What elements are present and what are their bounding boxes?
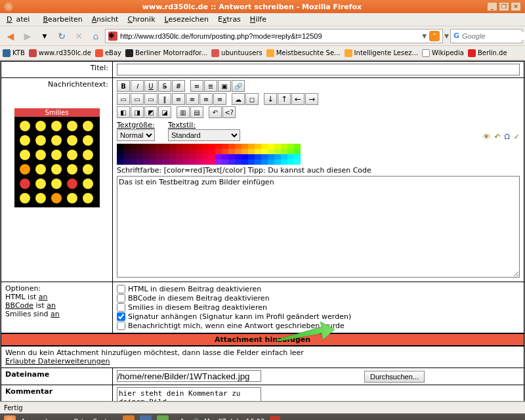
tray-net-icon[interactable]: 🖧 xyxy=(179,418,186,421)
smiley[interactable] xyxy=(67,193,77,203)
bb-justify[interactable]: ≡ xyxy=(172,93,185,105)
cb-notify[interactable] xyxy=(117,322,125,330)
smiley[interactable] xyxy=(20,150,30,160)
color-cell[interactable] xyxy=(202,154,209,159)
bb-box1[interactable]: ▭ xyxy=(117,93,130,105)
color-cell[interactable] xyxy=(189,154,196,159)
cb-disable-smilies[interactable] xyxy=(117,303,125,312)
color-cell[interactable] xyxy=(228,144,235,149)
color-cell[interactable] xyxy=(123,159,130,165)
color-cell[interactable] xyxy=(261,144,268,149)
color-cell[interactable] xyxy=(123,149,130,154)
bookmark-wikipedia[interactable]: Wikipedia xyxy=(422,49,464,57)
smiley[interactable] xyxy=(67,121,77,131)
color-cell[interactable] xyxy=(274,154,281,159)
ubuntu-logo-icon[interactable] xyxy=(4,415,16,420)
search-input[interactable] xyxy=(462,32,525,40)
help-launcher-icon[interactable] xyxy=(157,415,169,420)
color-cell[interactable] xyxy=(294,154,301,159)
color-cell[interactable] xyxy=(255,149,261,154)
color-cell[interactable] xyxy=(130,159,136,165)
bb-left[interactable]: ≡ xyxy=(213,93,226,105)
color-cell[interactable] xyxy=(281,159,287,165)
color-cell[interactable] xyxy=(163,159,169,165)
color-cell[interactable] xyxy=(150,149,156,154)
dropdown-history[interactable]: ▼ xyxy=(37,28,52,44)
color-cell[interactable] xyxy=(235,149,242,154)
color-cell[interactable] xyxy=(182,149,189,154)
smiley[interactable] xyxy=(67,164,77,175)
color-cell[interactable] xyxy=(248,144,255,149)
color-cell[interactable] xyxy=(287,149,294,154)
smiley[interactable] xyxy=(20,121,30,131)
smiley[interactable] xyxy=(51,193,62,203)
smiley[interactable] xyxy=(35,135,46,146)
color-cell[interactable] xyxy=(228,159,235,165)
color-cell[interactable] xyxy=(196,154,202,159)
bb-right[interactable]: ≡ xyxy=(200,93,213,105)
color-cell[interactable] xyxy=(235,154,242,159)
color-cell[interactable] xyxy=(268,154,274,159)
color-cell[interactable] xyxy=(281,154,287,159)
close-button[interactable]: ✕ xyxy=(511,2,521,11)
cb-disable-bbcode[interactable] xyxy=(117,294,125,303)
bb-undo[interactable]: ↶ xyxy=(209,106,222,118)
color-cell[interactable] xyxy=(261,159,268,165)
color-cell[interactable] xyxy=(163,149,169,154)
bb-arrow-up[interactable]: ↑ xyxy=(278,93,291,105)
bookmark-ktb[interactable]: KTB xyxy=(3,49,25,57)
smiley[interactable] xyxy=(83,178,93,189)
color-cell[interactable] xyxy=(150,159,156,165)
tool-omega-icon[interactable]: Ω xyxy=(504,133,509,141)
home-button[interactable]: ⌂ xyxy=(88,28,104,44)
color-cell[interactable] xyxy=(268,159,274,165)
bb-image[interactable]: ▣ xyxy=(218,80,231,92)
color-cell[interactable] xyxy=(169,159,176,165)
color-cell[interactable] xyxy=(189,144,196,149)
smiley[interactable] xyxy=(67,178,77,189)
color-cell[interactable] xyxy=(228,149,235,154)
color-cell[interactable] xyxy=(117,154,123,159)
color-cell[interactable] xyxy=(242,154,248,159)
color-cell[interactable] xyxy=(242,144,248,149)
color-cell[interactable] xyxy=(202,144,209,149)
color-cell[interactable] xyxy=(202,149,209,154)
color-cell[interactable] xyxy=(136,159,143,165)
menu-hilfe[interactable]: Hilfe xyxy=(246,14,270,25)
color-cell[interactable] xyxy=(287,144,294,149)
bb-t6[interactable]: ▤ xyxy=(190,106,203,118)
filename-input[interactable] xyxy=(117,370,261,382)
forward-button[interactable]: ▶ xyxy=(20,28,35,44)
smiley[interactable] xyxy=(83,121,93,131)
color-cell[interactable] xyxy=(130,154,136,159)
color-cell[interactable] xyxy=(215,159,222,165)
smiley[interactable] xyxy=(83,150,93,160)
color-cell[interactable] xyxy=(196,144,202,149)
bb-list[interactable]: ≡ xyxy=(190,80,203,92)
rss-icon[interactable]: ⌃ xyxy=(429,31,440,41)
bb-bold[interactable]: B xyxy=(117,80,130,92)
color-cell[interactable] xyxy=(268,144,274,149)
color-cell[interactable] xyxy=(143,144,150,149)
bb-t2[interactable]: ◨ xyxy=(131,106,144,118)
smiley[interactable] xyxy=(51,178,62,189)
bb-link[interactable]: 🔗 xyxy=(232,80,245,92)
smiley[interactable] xyxy=(35,164,46,175)
color-cell[interactable] xyxy=(274,159,281,165)
color-cell[interactable] xyxy=(117,159,123,165)
color-cell[interactable] xyxy=(222,144,228,149)
color-cell[interactable] xyxy=(235,159,242,165)
bb-italic[interactable]: I xyxy=(131,80,144,92)
smiley[interactable] xyxy=(51,135,62,146)
color-cell[interactable] xyxy=(117,144,123,149)
smiley[interactable] xyxy=(35,150,46,160)
smiley[interactable] xyxy=(20,135,30,146)
color-cell[interactable] xyxy=(176,149,182,154)
textsize-select[interactable]: Normal xyxy=(117,129,155,141)
bb-hash[interactable]: # xyxy=(172,80,185,92)
maximize-button[interactable]: ❐ xyxy=(499,2,509,11)
color-cell[interactable] xyxy=(248,159,255,165)
color-cell[interactable] xyxy=(248,149,255,154)
search-engine-icon[interactable]: G xyxy=(453,32,459,40)
color-cell[interactable] xyxy=(281,149,287,154)
